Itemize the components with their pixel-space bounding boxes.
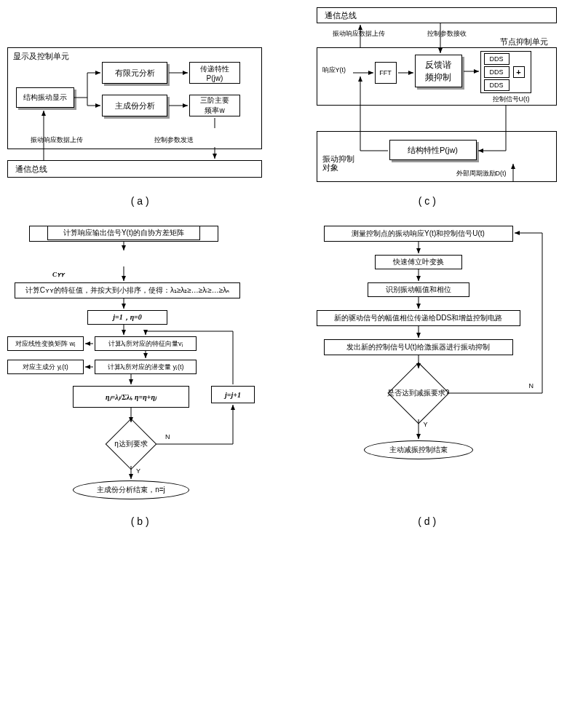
b-step8: j=j+1: [211, 386, 255, 403]
b-yes: Y: [135, 467, 142, 475]
d-step2: 快速傅立叶变换: [375, 255, 462, 269]
cyy: Cʏʏ: [51, 271, 66, 278]
panel-d: 测量控制点的振动响应Y(t)和控制信号U(t) 快速傅立叶变换 识别振动幅值和相…: [295, 226, 560, 531]
feedback-box: 反馈谐 频抑制: [415, 55, 462, 87]
resp-label: 响应Y(t): [321, 66, 348, 75]
d-end: 主动减振控制结束: [364, 440, 473, 459]
upload-c: 振动响应数据上传: [331, 29, 386, 39]
b-no: N: [164, 433, 172, 440]
b-step6b: 计算λⱼ所对应的潜变量 yⱼ(t): [95, 360, 197, 374]
b-end: 主成份分析结束，n=j: [73, 480, 189, 499]
struct-char: 结构特性P(jw): [389, 140, 477, 160]
send-label: 控制参数发送: [153, 135, 195, 145]
b-step3: 计算Cʏʏ的特征值，并按大到小排序，使得：λ₁≥λ₂≥…≥λᵢ≥…≥λₙ: [15, 282, 240, 298]
caption-d: ( d ): [295, 515, 560, 527]
unit-title: 显示及控制单元: [12, 51, 71, 62]
d-no: N: [528, 382, 536, 389]
pca-box: 主成份分析: [102, 95, 167, 116]
caption-b: ( b ): [7, 515, 273, 527]
comm-bus-bottom: 通信总线: [7, 160, 262, 178]
d-step5: 发出新的控制信号U(t)给激振器进行振动抑制: [324, 339, 513, 355]
transfer-box: 传递特性 P(jw): [189, 62, 240, 84]
node-unit-title: 节点抑制单元: [499, 36, 550, 47]
d-decision-text: 是否达到减振要求?: [375, 386, 462, 400]
d-step4: 新的驱动信号的幅值相位传递给DDS和增益控制电路: [317, 310, 520, 326]
panel-a: 显示及控制单元 结构振动显示 有限元分析 主成份分析 传递特性 P(jw) 三阶…: [7, 7, 273, 211]
b-step6a: 对应主成分 yⱼ(t): [7, 360, 84, 374]
upload-label: 振动响应数据上传: [29, 135, 84, 145]
b-step2: 计算响应输出信号Y(t)的自协方差矩阵: [47, 226, 200, 240]
b-step7: ηⱼ=λⱼ/Σλᵢ, η=η+ηⱼ: [73, 386, 189, 408]
caption-c: ( c ): [295, 195, 560, 207]
three-freq-box: 三阶主要 频率w: [189, 95, 240, 116]
b-step4: j=1，η=0: [87, 310, 167, 325]
d-step3: 识别振动幅值和相位: [368, 282, 469, 297]
comm-bus-c: 通信总线: [317, 7, 557, 23]
ext-excite: 外部周期激励D(t): [455, 169, 508, 178]
caption-a: ( a ): [7, 195, 273, 207]
fft-box: FFT: [375, 62, 397, 84]
recv-c: 控制参数接收: [426, 29, 468, 39]
b-step5b: 计算λⱼ所对应的特征向量vⱼ: [95, 336, 197, 351]
vib-display-box: 结构振动显示: [16, 87, 74, 108]
panel-c: 通信总线 节点抑制单元 振动响应数据上传 控制参数接收 响应Y(t) FFT 反…: [295, 7, 560, 211]
b-decision-text: η达到要求: [102, 437, 160, 451]
ctrl-signal: 控制信号U(t): [491, 95, 531, 104]
vib-obj-title: 振动抑制 对象: [321, 154, 356, 172]
b-step5a: 对应线性变换矩阵 wⱼ: [7, 336, 84, 351]
d-yes: Y: [422, 421, 429, 428]
fea-box: 有限元分析: [102, 62, 167, 84]
d-step1: 测量控制点的振动响应Y(t)和控制信号U(t): [324, 226, 513, 242]
panel-b: 整体结构响应信号Y(t) = [Y₁(t),Y₂(t),...,Yᵢ(t)]ᵀ …: [7, 226, 273, 531]
